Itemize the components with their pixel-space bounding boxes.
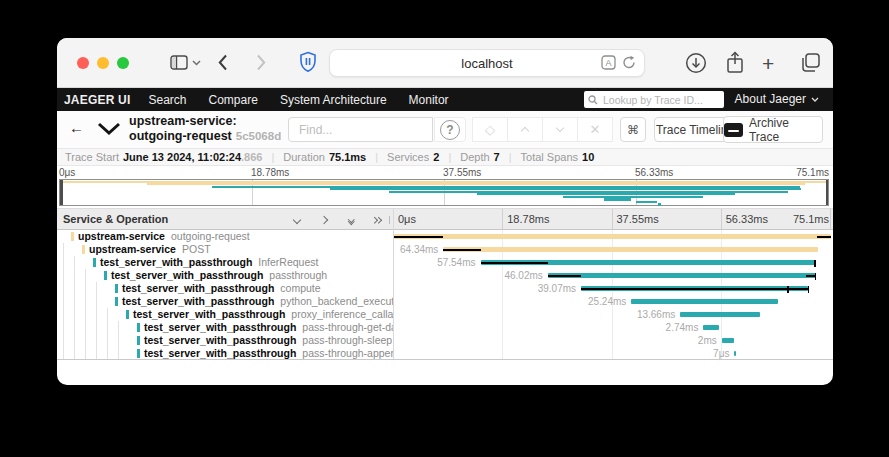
trace-lookup-input[interactable] (601, 93, 719, 107)
span-timeline-cell[interactable]: 46.02ms (394, 269, 831, 282)
span-duration-label: 25.24ms (588, 296, 626, 307)
share-icon[interactable] (726, 51, 744, 74)
expand-all-icon[interactable] (343, 214, 359, 226)
span-bar[interactable] (703, 325, 719, 330)
about-jaeger-menu[interactable]: About Jaeger (735, 92, 819, 106)
archive-trace-button[interactable]: Archive Trace (723, 116, 823, 143)
chevron-down-icon[interactable] (192, 60, 201, 66)
minimap-right-handle[interactable] (826, 180, 829, 205)
span-row[interactable]: test_server_with_passthroughpass-through… (57, 334, 833, 347)
span-bar[interactable] (548, 273, 816, 278)
span-collapse-icon[interactable] (60, 234, 65, 243)
nav-item-compare[interactable]: Compare (209, 93, 258, 107)
back-to-search-icon[interactable]: ← (69, 119, 84, 136)
timeline-tick-label: 0μs (398, 213, 416, 225)
span-collapse-icon[interactable] (71, 247, 76, 256)
span-timeline-cell[interactable]: 13.66ms (394, 308, 831, 321)
indent-guide (118, 321, 119, 334)
span-row[interactable]: upstream-serviceoutgoing-request (57, 230, 833, 243)
nav-item-monitor[interactable]: Monitor (409, 93, 449, 107)
collapse-one-icon[interactable] (316, 214, 332, 226)
span-bar[interactable] (394, 234, 831, 239)
find-input[interactable] (297, 118, 424, 141)
span-name-cell[interactable]: test_server_with_passthroughpass-through… (57, 334, 393, 347)
span-name-cell[interactable]: test_server_with_passthroughcompute (57, 282, 393, 295)
span-timeline-cell[interactable]: 64.34ms (394, 243, 831, 256)
span-name-cell[interactable]: test_server_with_passthroughpass-through… (57, 347, 393, 359)
span-name-cell[interactable]: test_server_with_passthroughpass-through… (57, 321, 393, 334)
span-name-cell[interactable]: test_server_with_passthroughpython_backe… (57, 295, 393, 308)
collapse-all-icon[interactable] (289, 214, 305, 226)
new-tab-icon[interactable]: + (762, 52, 774, 76)
minimize-window-button[interactable] (97, 57, 109, 69)
address-bar[interactable]: localhost A (329, 49, 645, 77)
span-row[interactable]: test_server_with_passthroughInferRequest… (57, 256, 833, 269)
collapse-header-icon[interactable] (97, 122, 121, 135)
span-operation-name: pass-through-append (302, 347, 393, 359)
span-timeline-cell[interactable]: 2ms (394, 334, 831, 347)
forward-icon[interactable] (256, 54, 266, 71)
indent-guide (74, 295, 75, 308)
span-bar[interactable] (680, 312, 760, 317)
span-timeline-cell[interactable]: 2.74ms (394, 321, 831, 334)
sidebar-icon[interactable] (170, 55, 188, 70)
keyboard-shortcut-button[interactable]: ⌘ (620, 117, 646, 142)
span-timeline-cell[interactable] (394, 230, 831, 243)
nav-item-search[interactable]: Search (148, 93, 186, 107)
span-timeline-cell[interactable]: 7μs (394, 347, 831, 359)
minimap-left-handle[interactable] (60, 180, 63, 205)
indent-guide (74, 282, 75, 295)
span-color-chip (137, 336, 140, 345)
expand-one-icon[interactable] (368, 214, 384, 226)
span-bar[interactable] (734, 351, 736, 356)
translate-icon[interactable]: A (601, 55, 616, 70)
reload-icon[interactable] (622, 55, 636, 70)
maximize-window-button[interactable] (117, 57, 129, 69)
find-help-button[interactable]: ? (434, 117, 466, 142)
find-box[interactable] (288, 117, 433, 142)
trace-lookup-box[interactable] (584, 91, 724, 108)
privacy-shield-icon[interactable] (299, 51, 317, 73)
clear-search-button[interactable]: ✕ (577, 117, 613, 142)
prev-result-button[interactable] (507, 117, 543, 142)
span-row[interactable]: test_server_with_passthroughpass-through… (57, 347, 833, 359)
close-window-button[interactable] (77, 57, 89, 69)
span-row[interactable]: test_server_with_passthroughpass-through… (57, 321, 833, 334)
span-row[interactable]: test_server_with_passthroughpassthrough4… (57, 269, 833, 282)
span-service-name: test_server_with_passthroughpass-through… (144, 347, 393, 359)
span-bar[interactable] (443, 247, 818, 252)
span-operation-name: outgoing-request (171, 230, 250, 242)
span-name-cell[interactable]: test_server_with_passthroughproxy_infere… (57, 308, 393, 321)
span-collapse-icon[interactable] (82, 260, 87, 269)
span-row[interactable]: test_server_with_passthroughpython_backe… (57, 295, 833, 308)
minimap-canvas[interactable] (59, 179, 829, 206)
tab-overview-icon[interactable] (800, 52, 821, 73)
span-collapse-icon[interactable] (104, 299, 109, 308)
span-row[interactable]: test_server_with_passthroughcompute39.07… (57, 282, 833, 295)
span-row[interactable]: upstream-servicePOST64.34ms (57, 243, 833, 256)
span-timeline-cell[interactable]: 39.07ms (394, 282, 831, 295)
span-name-cell[interactable]: test_server_with_passthroughpassthrough (57, 269, 393, 282)
span-service-name: test_server_with_passthroughcompute (122, 282, 321, 295)
back-icon[interactable] (218, 54, 228, 71)
next-result-button[interactable] (542, 117, 578, 142)
span-bar[interactable] (722, 338, 734, 343)
minimap-span-bar (563, 196, 703, 198)
span-timeline-cell[interactable]: 57.54ms (394, 256, 831, 269)
search-icon (588, 95, 598, 105)
timeline-header-gridline (830, 209, 831, 229)
span-timeline-cell[interactable]: 25.24ms (394, 295, 831, 308)
downloads-icon[interactable] (685, 52, 707, 74)
span-name-cell[interactable]: upstream-servicePOST (57, 243, 393, 256)
span-name-cell[interactable]: upstream-serviceoutgoing-request (57, 230, 393, 243)
jaeger-logo[interactable]: JAEGER UI (64, 93, 130, 107)
span-service-name: test_server_with_passthroughproxy_infere… (133, 308, 393, 321)
span-name-cell[interactable]: test_server_with_passthroughInferRequest (57, 256, 393, 269)
span-row[interactable]: test_server_with_passthroughproxy_infere… (57, 308, 833, 321)
nav-item-system-architecture[interactable]: System Architecture (280, 93, 387, 107)
span-bar[interactable] (631, 299, 778, 304)
focus-span-button[interactable]: ◇ (472, 117, 508, 142)
span-collapse-icon[interactable] (115, 312, 120, 321)
panel-divider[interactable] (393, 208, 394, 359)
span-collapse-icon[interactable] (93, 273, 98, 282)
